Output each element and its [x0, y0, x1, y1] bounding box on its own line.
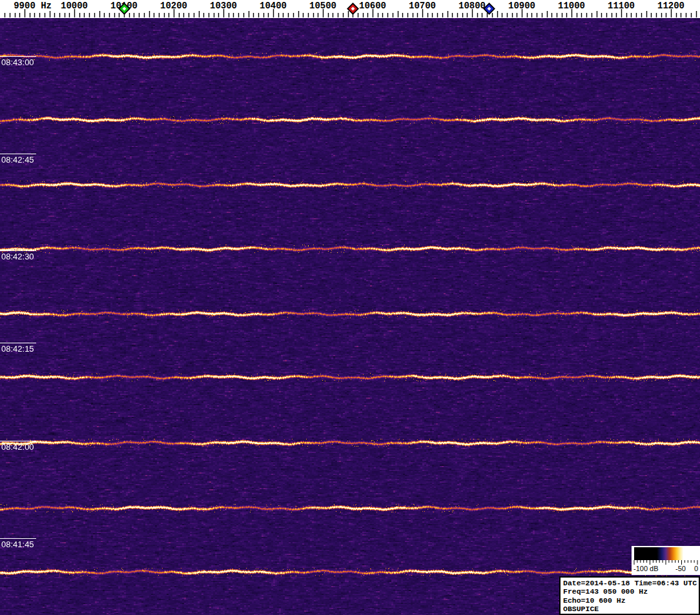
db-colorbar-legend: -100 dB -50 0: [632, 546, 700, 575]
colorbar-gradient: [634, 547, 697, 560]
time-label: 08:43:00: [1, 58, 34, 67]
frequency-label: 10000: [61, 1, 88, 11]
time-label: 08:42:15: [1, 345, 34, 354]
time-tick: [0, 56, 36, 57]
frequency-label: 10500: [309, 1, 336, 11]
frequency-marker-green: [118, 3, 130, 15]
frequency-label: 10900: [508, 1, 535, 11]
time-tick: [0, 154, 36, 154]
waterfall-plot: [0, 18, 700, 615]
frequency-label: 10600: [359, 1, 386, 11]
time-tick: [0, 441, 36, 441]
frequency-label: 10300: [210, 1, 237, 11]
info-box: Date=2014-05-18 Time=06:43 UTC Freq=143 …: [559, 576, 700, 615]
frequency-label: 11100: [608, 1, 635, 11]
frequency-label: 10200: [160, 1, 187, 11]
colorbar-label-max: 0: [694, 565, 698, 572]
time-label: 08:42:00: [1, 443, 34, 452]
time-tick: [0, 538, 36, 539]
frequency-label: 11200: [657, 1, 685, 11]
colorbar-label-mid: -50: [675, 565, 686, 572]
colorbar-label-min: -100 dB: [633, 565, 659, 572]
info-date-time: Date=2014-05-18 Time=06:43 UTC: [563, 579, 699, 587]
frequency-label: 10800: [458, 1, 486, 11]
time-label: 08:42:30: [1, 252, 34, 261]
time-label: 08:42:45: [1, 156, 34, 165]
spectrogram-screenshot: 9900 Hz100001010010200103001040010500106…: [0, 0, 700, 615]
frequency-label: 9900 Hz: [14, 1, 52, 11]
info-echo: Echo=10 600 Hz: [563, 596, 699, 605]
frequency-marker-blue: [483, 3, 495, 15]
time-tick: [0, 250, 36, 251]
info-frequency: Freq=143 050 000 Hz: [563, 587, 699, 596]
frequency-label: 10700: [409, 1, 436, 11]
info-station: OBSUPICE: [563, 605, 699, 613]
frequency-label: 11000: [558, 1, 585, 11]
frequency-axis: 9900 Hz100001010010200103001040010500106…: [0, 0, 700, 18]
time-label: 08:41:45: [1, 540, 34, 549]
time-tick: [0, 343, 36, 343]
frequency-marker-red: [347, 3, 359, 15]
frequency-label: 10400: [260, 1, 287, 11]
